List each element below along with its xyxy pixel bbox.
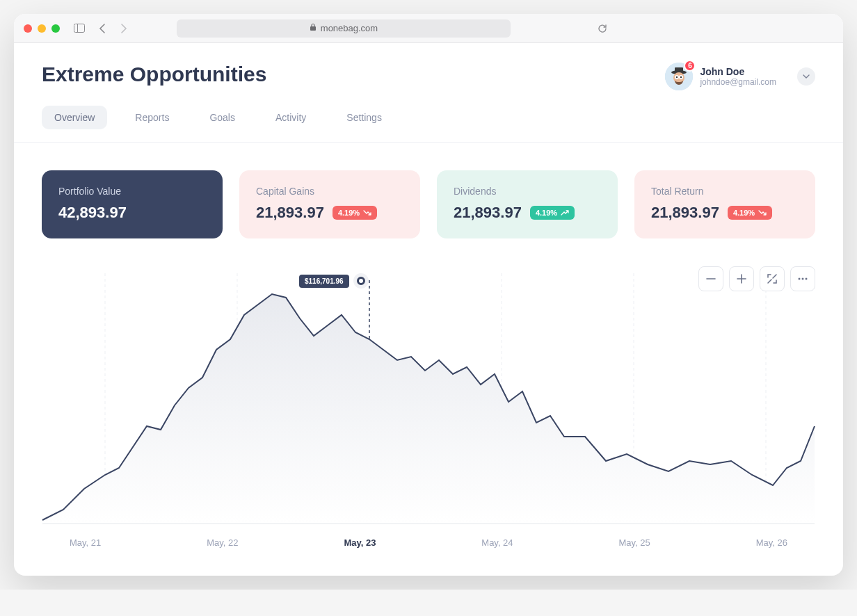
sidebar-toggle-icon[interactable] — [71, 20, 88, 37]
card-portfolio-value[interactable]: Portfolio Value 42,893.97 — [42, 170, 223, 238]
avatar: 6 — [665, 63, 693, 90]
divider — [14, 142, 843, 143]
svg-rect-2 — [310, 26, 316, 31]
close-window-button[interactable] — [24, 24, 32, 33]
card-label: Portfolio Value — [58, 186, 206, 197]
app-window: monebag.com Extreme Opportunities 6 John… — [14, 14, 843, 576]
delta-pill: 4.19% — [530, 206, 575, 220]
more-button[interactable] — [790, 266, 815, 291]
svg-rect-5 — [675, 67, 683, 72]
delta-value: 4.19% — [733, 209, 755, 217]
page-title: Extreme Opportunities — [42, 63, 266, 86]
traffic-lights — [24, 24, 60, 33]
svg-point-16 — [806, 278, 808, 280]
chart-area: $116,701.96 — [42, 266, 815, 548]
svg-point-9 — [676, 76, 678, 78]
back-button[interactable] — [93, 20, 110, 37]
tab-overview[interactable]: Overview — [42, 106, 107, 129]
x-tick: May, 21 — [70, 537, 101, 548]
lock-icon — [310, 23, 317, 33]
page-content: Extreme Opportunities 6 John Doe johndoe… — [14, 43, 843, 576]
x-axis: May, 21 May, 22 May, 23 May, 24 May, 25 … — [42, 530, 815, 548]
tooltip-value: $116,701.96 — [299, 275, 349, 288]
zoom-in-button[interactable] — [729, 266, 754, 291]
x-tick: May, 26 — [756, 537, 787, 548]
svg-point-15 — [802, 278, 804, 280]
maximize-window-button[interactable] — [51, 24, 60, 33]
delta-pill: 4.19% — [333, 206, 377, 220]
trend-down-icon — [363, 209, 371, 217]
forward-button[interactable] — [115, 20, 132, 37]
trend-up-icon — [561, 209, 569, 217]
tab-goals[interactable]: Goals — [197, 106, 248, 129]
x-tick: May, 22 — [207, 537, 238, 548]
card-value: 21,893.97 — [651, 204, 719, 222]
zoom-out-button[interactable] — [698, 266, 723, 291]
page-header: Extreme Opportunities 6 John Doe johndoe… — [42, 63, 815, 90]
tab-reports[interactable]: Reports — [122, 106, 182, 129]
nav-tabs: Overview Reports Goals Activity Settings — [42, 106, 815, 129]
fullscreen-button[interactable] — [760, 266, 785, 291]
tooltip-marker-icon — [353, 273, 369, 289]
chart-tooltip: $116,701.96 — [299, 273, 369, 289]
trend-down-icon — [758, 209, 767, 217]
card-total-return[interactable]: Total Return 21,893.97 4.19% — [634, 170, 815, 238]
user-email: johndoe@gmail.com — [700, 77, 776, 87]
user-info: John Doe johndoe@gmail.com — [700, 66, 776, 87]
svg-point-14 — [799, 278, 801, 280]
card-label: Capital Gains — [256, 186, 403, 197]
notification-badge: 6 — [684, 60, 696, 72]
svg-rect-0 — [74, 24, 85, 33]
line-chart[interactable] — [42, 266, 815, 530]
delta-value: 4.19% — [536, 209, 557, 217]
reload-button[interactable] — [594, 20, 611, 37]
user-name: John Doe — [700, 66, 776, 77]
card-label: Total Return — [651, 186, 799, 197]
card-value: 42,893.97 — [58, 204, 127, 222]
summary-cards: Portfolio Value 42,893.97 Capital Gains … — [42, 170, 815, 238]
delta-pill: 4.19% — [728, 206, 772, 220]
card-value: 21,893.97 — [454, 204, 522, 222]
user-dropdown-button[interactable] — [797, 67, 815, 86]
delta-value: 4.19% — [338, 209, 360, 217]
x-tick: May, 24 — [481, 537, 513, 548]
user-menu[interactable]: 6 John Doe johndoe@gmail.com — [665, 63, 815, 90]
chart-toolbar — [698, 266, 815, 291]
card-value: 21,893.97 — [256, 204, 324, 222]
url-bar[interactable]: monebag.com — [177, 19, 511, 38]
card-label: Dividends — [454, 186, 601, 197]
x-tick-active: May, 23 — [344, 537, 376, 548]
tab-settings[interactable]: Settings — [334, 106, 394, 129]
x-tick: May, 25 — [618, 537, 650, 548]
svg-point-10 — [680, 76, 682, 78]
minimize-window-button[interactable] — [38, 24, 46, 33]
card-capital-gains[interactable]: Capital Gains 21,893.97 4.19% — [239, 170, 420, 238]
browser-chrome: monebag.com — [14, 14, 843, 43]
card-dividends[interactable]: Dividends 21,893.97 4.19% — [437, 170, 618, 238]
tab-activity[interactable]: Activity — [263, 106, 319, 129]
url-text: monebag.com — [321, 23, 378, 33]
